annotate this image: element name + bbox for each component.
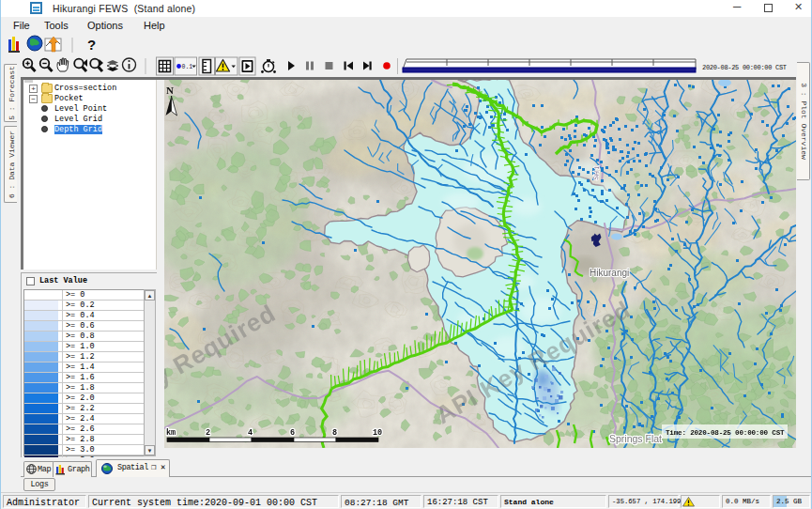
svg-text:km: km (166, 428, 176, 438)
svg-text:N: N (166, 85, 174, 96)
svg-text:SH 1: SH 1 (592, 165, 600, 180)
svg-text:Springs Flat: Springs Flat (609, 433, 662, 444)
svg-text:6: 6 (290, 428, 295, 438)
svg-text:10: 10 (373, 428, 382, 438)
svg-text:0.1: 0.1 (182, 64, 193, 70)
svg-text:Hikurangi: Hikurangi (590, 268, 629, 278)
svg-text:8: 8 (332, 428, 337, 438)
svg-text:2020-08-25 00:00:00 CST: 2020-08-25 00:00:00 CST (702, 64, 787, 71)
svg-text:4: 4 (248, 428, 253, 438)
svg-text:2: 2 (206, 428, 210, 438)
svg-text:?: ? (87, 37, 96, 53)
svg-text:Time: 2020-08-25 00:00:00 CST: Time: 2020-08-25 00:00:00 CST (666, 429, 785, 437)
